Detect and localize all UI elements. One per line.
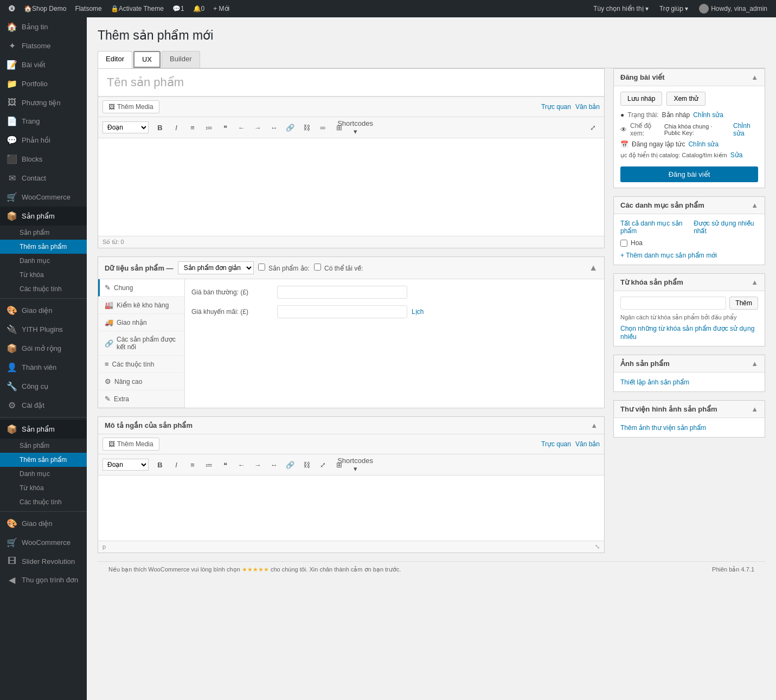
virtual-checkbox[interactable] [258,264,265,271]
notifications-button[interactable]: 🔔 0 [189,0,209,17]
help-button[interactable]: Trợ giúp ▾ [655,0,692,17]
tags-collapse[interactable]: ▲ [751,278,758,286]
sale-price-input[interactable] [277,305,407,318]
sidebar-subitem-attributes2[interactable]: Các thuộc tính [0,495,87,509]
short-align-left-button[interactable]: ← [234,458,248,472]
sidebar-item-media[interactable]: 🖼 Phương tiện [0,93,87,112]
add-tag-button[interactable]: Thêm [729,297,758,310]
short-align-right-button[interactable]: → [251,458,265,472]
sidebar-item-appearance[interactable]: 🎨 Giao diện [0,301,87,320]
align-full-button[interactable]: ↔ [267,120,281,134]
add-media-button-2[interactable]: 🖼 Thêm Media [102,438,159,451]
short-ul-button[interactable]: ≡ [185,458,200,472]
all-categories-tab[interactable]: Tất cả danh mục sản phẩm [620,220,689,235]
tab-editor[interactable]: Editor [98,51,132,68]
resize-handle[interactable]: ⤡ [595,543,600,550]
product-name-input[interactable] [98,69,604,97]
downloadable-checkbox[interactable] [314,264,321,271]
sidebar-item-collapse[interactable]: ◀ Thu gọn trình đơn [0,570,87,589]
short-quote-button[interactable]: ❝ [218,458,232,472]
sidebar-item-blocks[interactable]: ⬛ Blocks [0,150,87,169]
short-expand-button[interactable]: ⤢ [316,458,330,472]
gallery-collapse[interactable]: ▲ [751,405,758,413]
text-tab[interactable]: Văn bản [575,103,600,111]
sidebar-item-users[interactable]: 👤 Thành viên [0,358,87,377]
align-right-button[interactable]: → [251,120,265,134]
sidebar-item-dashboard[interactable]: 🏠 Bảng tin [0,17,87,36]
nav-shipping[interactable]: 🚚 Giao nhận [98,314,184,331]
set-product-image-link[interactable]: Thiết lập ảnh sản phẩm [620,378,689,386]
sidebar-item-tools[interactable]: 🔧 Công cụ [0,377,87,396]
italic-button[interactable]: I [169,120,183,134]
category-checkbox-hoa[interactable] [620,240,627,247]
activate-theme-button[interactable]: 🔒 Activate Theme [106,0,168,17]
nav-advanced[interactable]: ⚙ Nâng cao [98,373,184,390]
ordered-list-button[interactable]: ≔ [202,120,216,134]
popular-tags-link[interactable]: Chọn những từ khóa sản phẩm được sử dụng… [620,325,754,341]
date-edit-link[interactable]: Chỉnh sửa [688,140,719,148]
sidebar-subitem-attributes[interactable]: Các thuộc tính [0,282,87,296]
sidebar-subitem-categories[interactable]: Danh mục [0,254,87,268]
tag-input[interactable] [620,297,726,310]
sidebar-subitem-tags[interactable]: Từ khóa [0,268,87,282]
sidebar-item-appearance2[interactable]: 🎨 Giao diện [0,514,87,533]
tab-builder[interactable]: Builder [162,51,200,68]
comments-button[interactable]: 💬 1 [168,0,189,17]
site-name-button[interactable]: 🏠 Shop Demo [20,0,70,17]
sidebar-item-flatsome[interactable]: ✦ Flatsome [0,36,87,55]
sidebar-subitem-add-product2[interactable]: Thêm sản phẩm [0,453,87,467]
nav-inventory[interactable]: 🏭 Kiểm kê kho hàng [98,297,184,314]
product-data-collapse[interactable]: ▲ [589,263,598,273]
sidebar-item-extensions[interactable]: 📦 Gói mở rộng [0,339,87,358]
short-desc-format-select[interactable]: Đoạn Heading 1 [102,459,149,471]
link-button[interactable]: 🔗 [283,120,297,134]
sidebar-item-portfolio[interactable]: 📁 Portfolio [0,74,87,93]
nav-linked-products[interactable]: 🔗 Các sản phẩm được kết nối [98,331,184,356]
short-italic-button[interactable]: I [169,458,183,472]
sidebar-subitem-all-products2[interactable]: Sản phẩm [0,439,87,453]
screen-options-button[interactable]: Tùy chọn hiển thị ▾ [589,0,653,17]
save-draft-button[interactable]: Lưu nháp [620,92,662,106]
sidebar-item-posts[interactable]: 📝 Bài viết [0,55,87,74]
short-desc-collapse[interactable]: ▲ [591,421,598,429]
user-menu-button[interactable]: Howdy, vina_admin [695,0,772,17]
shortcodes-button[interactable]: Shortcodes ▾ [348,120,362,134]
blockquote-button[interactable]: ❝ [218,120,232,134]
sidebar-item-woocommerce[interactable]: 🛒 WooCommerce [0,188,87,207]
fullscreen-button[interactable]: ⤢ [586,120,600,134]
sidebar-item-settings[interactable]: ⚙ Cài đặt [0,396,87,415]
align-left-button[interactable]: ← [234,120,248,134]
nav-extra[interactable]: ✎ Extra [98,390,184,408]
short-desc-visual-tab[interactable]: Trực quan [541,440,571,448]
sidebar-item-yith[interactable]: 🔌 YITH Plugins [0,320,87,339]
short-link-button[interactable]: 🔗 [283,458,297,472]
short-bold-button[interactable]: B [153,458,167,472]
visibility-edit-link[interactable]: Chỉnh sửa [733,122,758,137]
categories-collapse[interactable]: ▲ [751,201,758,209]
sidebar-item-pages[interactable]: 📄 Trang [0,112,87,131]
product-type-select[interactable]: Sản phẩm đơn giản Sản phẩm biến thể Sản … [178,261,254,274]
publish-box-collapse[interactable]: ▲ [751,73,758,81]
sidebar-subitem-tags2[interactable]: Từ khóa [0,481,87,495]
nav-general[interactable]: ✎ Chung [98,279,184,297]
sidebar-item-products[interactable]: 📦 Sản phẩm [0,207,87,226]
short-ol-button[interactable]: ≔ [202,458,216,472]
new-content-button[interactable]: + Mới [209,0,234,17]
publish-button[interactable]: Đăng bài viết [620,166,758,182]
product-image-collapse[interactable]: ▲ [751,359,758,368]
sidebar-subitem-all-products[interactable]: Sản phẩm [0,226,87,240]
sidebar-subitem-add-product[interactable]: Thêm sản phẩm [0,240,87,254]
hr-button[interactable]: ═ [316,120,330,134]
sidebar-item-contact[interactable]: ✉ Contact [0,169,87,188]
short-desc-editor-area[interactable] [98,476,604,541]
short-align-full-button[interactable]: ↔ [267,458,281,472]
short-desc-text-tab[interactable]: Văn bản [575,440,600,448]
editor-area[interactable] [98,138,604,236]
preview-button[interactable]: Xem thử [666,92,706,106]
sidebar-item-slider[interactable]: 🎞 Slider Revolution [0,552,87,570]
add-gallery-link[interactable]: Thêm ảnh thư viện sản phẩm [620,424,706,432]
add-media-button[interactable]: 🖼 Thêm Media [102,100,159,113]
short-unlink-button[interactable]: ⛓ [299,458,313,472]
sidebar-subitem-categories2[interactable]: Danh mục [0,467,87,481]
format-select[interactable]: Đoạn Heading 1 Heading 2 Heading 3 [102,121,149,133]
